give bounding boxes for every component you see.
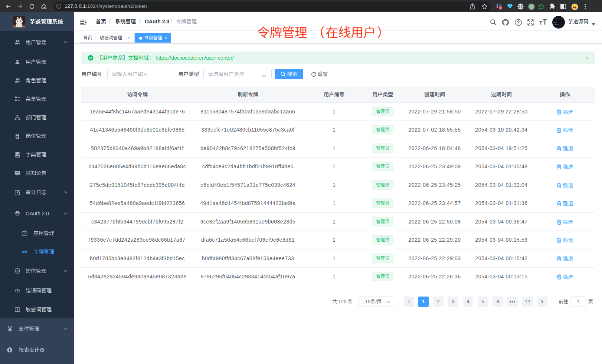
svg-text:A: A xyxy=(23,250,26,254)
svg-text:9: 9 xyxy=(500,6,501,9)
